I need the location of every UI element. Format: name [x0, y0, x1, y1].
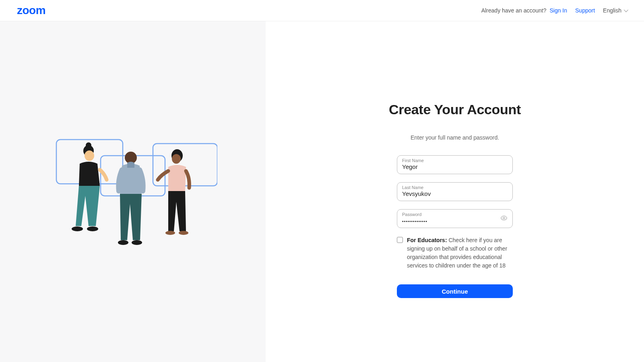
- page-subtitle: Enter your full name and password.: [397, 134, 513, 141]
- password-group[interactable]: Password: [397, 209, 513, 228]
- form-panel: Create Your Account Enter your full name…: [266, 21, 644, 362]
- svg-point-10: [132, 240, 142, 245]
- svg-point-4: [86, 142, 91, 148]
- password-input[interactable]: [402, 219, 508, 224]
- svg-point-6: [72, 226, 83, 231]
- last-name-label: Last Name: [402, 185, 508, 190]
- educators-bold-text: For Educators:: [407, 237, 447, 243]
- educators-checkbox-row: For Educators: Check here if you are sig…: [397, 236, 513, 270]
- educators-checkbox[interactable]: [397, 237, 403, 243]
- sign-in-link[interactable]: Sign In: [549, 7, 567, 14]
- first-name-group[interactable]: First Name: [397, 155, 513, 174]
- continue-button[interactable]: Continue: [397, 284, 513, 298]
- svg-point-12: [172, 154, 181, 164]
- last-name-group[interactable]: Last Name: [397, 182, 513, 201]
- password-label: Password: [402, 212, 508, 217]
- page-title: Create Your Account: [381, 102, 529, 117]
- signup-form: Create Your Account Enter your full name…: [397, 102, 513, 362]
- illustration-panel: [0, 21, 266, 362]
- svg-point-15: [503, 217, 505, 219]
- already-have-account-text: Already have an account? Sign In: [481, 7, 567, 14]
- main-content: Create Your Account Enter your full name…: [0, 21, 644, 362]
- svg-point-5: [85, 150, 94, 161]
- first-name-input[interactable]: [402, 163, 508, 170]
- zoom-logo[interactable]: zoom: [17, 4, 45, 17]
- eye-icon[interactable]: [500, 214, 508, 223]
- svg-point-7: [87, 226, 98, 231]
- svg-point-9: [118, 240, 128, 245]
- chevron-down-icon: [624, 8, 628, 12]
- already-have-label: Already have an account?: [481, 7, 547, 14]
- last-name-input[interactable]: [402, 190, 508, 197]
- first-name-label: First Name: [402, 158, 508, 163]
- educators-label: For Educators: Check here if you are sig…: [407, 236, 513, 270]
- support-link[interactable]: Support: [575, 7, 595, 14]
- svg-point-14: [179, 231, 188, 235]
- header: zoom Already have an account? Sign In Su…: [0, 0, 644, 21]
- svg-point-13: [165, 231, 175, 235]
- language-selector[interactable]: English: [603, 7, 627, 14]
- header-right: Already have an account? Sign In Support…: [481, 7, 627, 14]
- language-label: English: [603, 7, 621, 14]
- people-illustration: [48, 128, 217, 256]
